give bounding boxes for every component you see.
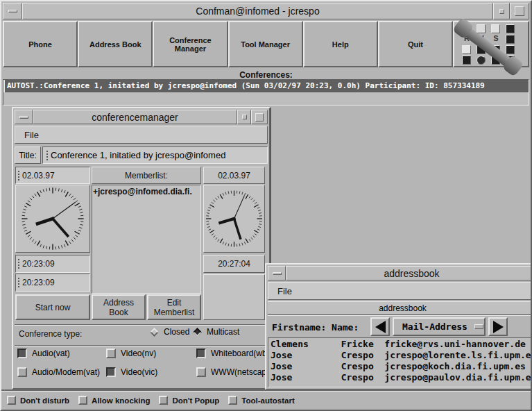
conference-type-radio-multicast[interactable]: Multicast — [194, 327, 239, 337]
cm-maximize-button[interactable] — [251, 110, 268, 124]
logo-square — [462, 45, 471, 54]
end-time-input[interactable]: 20:23:09 — [15, 274, 90, 292]
cm-title-input[interactable]: Conference 1, initatied by jcrespo@infom… — [42, 146, 268, 164]
cm-restore-button[interactable] — [237, 110, 251, 124]
cm-title-row: Title: Conference 1, initatied by jcresp… — [15, 146, 268, 164]
current-time-clock — [203, 185, 265, 253]
next-sort-button[interactable] — [488, 317, 508, 336]
status-toggle-allow-knocking[interactable]: Allow knocking — [78, 396, 150, 405]
maximize-button[interactable] — [510, 3, 529, 19]
empty-panel — [203, 274, 265, 320]
status-toggle-label: Don't disturb — [20, 396, 69, 405]
window-menu-button[interactable] — [3, 3, 22, 19]
address-book-button[interactable]: Address Book — [92, 294, 146, 320]
main-titlebar: Confman@infomed - jcrespo — [3, 3, 529, 19]
prev-sort-button[interactable] — [370, 317, 390, 336]
toolbar-button-address-book[interactable]: Address Book — [78, 21, 153, 67]
toolbar-button-phone[interactable]: Phone — [3, 21, 78, 67]
status-toggle-tool-autostart[interactable]: Tool-autostart — [228, 396, 294, 405]
cm-title-label[interactable]: Title: — [15, 146, 41, 164]
status-toggle-label: Allow knocking — [92, 396, 150, 405]
conference-type-radio-closed[interactable]: Closed — [151, 327, 189, 337]
tools-panel: Audio(vat)Video(nv)Whiteboard(wbAudio/Mo… — [15, 347, 268, 389]
divider — [15, 345, 268, 346]
cm-menubar: File — [15, 126, 268, 144]
checkbox-icon — [228, 396, 237, 405]
tool-checkbox-label: Video(nv) — [121, 349, 156, 358]
ab-entries-list[interactable]: Clemens Fricke fricke@rvs.uni-hannover.d… — [268, 337, 532, 387]
conference-list-item[interactable]: AUTOST.:Conference 1, initatied by jcres… — [3, 80, 529, 92]
start-now-button[interactable]: Start now — [15, 294, 90, 320]
addressbook-window: addressbook File addressbook Firstname: … — [265, 263, 532, 390]
divider — [15, 324, 268, 326]
tool-checkbox-whiteboard-wb[interactable]: Whiteboard(wb — [196, 349, 267, 358]
toolbar: PhoneAddress BookConference ManagerTool … — [3, 21, 529, 67]
ab-window-menu-button[interactable] — [268, 266, 286, 280]
text-cursor-icon — [18, 278, 20, 287]
ab-minimize-icon — [273, 272, 282, 275]
start-time-value: 20:23:09 — [22, 259, 55, 269]
memberlist-entry: +jcrespo@infomed.dia.fi. — [93, 187, 200, 196]
cm-maximize-icon — [255, 113, 264, 121]
ab-entry-row[interactable]: Jose Crespo jcrespo@lorente.ls.fi.upm.es — [271, 350, 532, 361]
restore-button[interactable] — [493, 3, 510, 19]
tool-checkbox-label: Video(vic) — [121, 367, 157, 377]
logo-square — [506, 24, 515, 33]
checkbox-icon — [106, 367, 116, 377]
status-toggle-don-t-popup[interactable]: Don't Popup — [159, 396, 219, 405]
toolbar-button-tool-manager[interactable]: Tool Manager — [228, 21, 303, 67]
start-date-value: 02.03.97 — [22, 171, 55, 181]
radio-diamond-icon — [150, 328, 158, 336]
tool-checkbox-www-netscape[interactable]: WWW(netscape — [196, 367, 271, 377]
left-arrow-icon — [375, 321, 386, 333]
cm-minimize-icon — [19, 116, 28, 119]
sort-field-value: Mail-Address — [402, 321, 467, 332]
conference-type-label: Conference type: — [19, 329, 82, 339]
end-time-value: 20:23:09 — [22, 278, 55, 287]
radio-label: Multicast — [207, 327, 239, 337]
toolbar-button-quit[interactable]: Quit — [378, 21, 453, 67]
text-cursor-icon — [46, 151, 49, 160]
toolbar-button-help[interactable]: Help — [303, 21, 378, 67]
checkbox-icon — [78, 396, 87, 405]
tool-checkbox-video-vic-[interactable]: Video(vic) — [106, 367, 157, 377]
conferences-list[interactable]: AUTOST.:Conference 1, initatied by jcres… — [3, 79, 529, 106]
ab-filter-label: Firstname: Name: — [272, 322, 359, 333]
ab-controls: Firstname: Name: Mail-Address — [268, 317, 532, 337]
sort-field-dropdown[interactable]: Mail-Address — [393, 317, 486, 336]
checkbox-icon — [196, 367, 206, 377]
radio-label: Closed — [164, 327, 189, 337]
tool-checkbox-audio-modem-vat-[interactable]: Audio/Modem(vat) — [17, 367, 100, 377]
text-cursor-icon — [18, 259, 20, 269]
conferences-label: Conferences: — [1, 70, 531, 80]
checkbox-icon — [159, 396, 168, 405]
edit-memberlist-button[interactable]: Edit Memberlist — [147, 294, 201, 320]
tool-checkbox-label: WWW(netscape — [211, 367, 271, 377]
ab-entry-row[interactable]: Jose Crespo jcrespo@koch.dia.fi.upm.es — [271, 361, 532, 372]
ab-menu-file[interactable]: File — [268, 286, 301, 296]
memberlist-box[interactable]: +jcrespo@infomed.dia.fi. — [92, 185, 201, 294]
logo-square — [462, 56, 471, 65]
ab-entry-row[interactable]: Jose Crespo jcrespo@paulov.dia.fi.upm.es — [271, 372, 532, 383]
cm-window-menu-button[interactable] — [15, 110, 33, 124]
right-arrow-icon — [493, 321, 504, 333]
toolbar-button-conference-manager[interactable]: Conference Manager — [153, 21, 228, 67]
status-toggle-don-t-disturb[interactable]: Don't disturb — [7, 396, 69, 405]
start-time-input[interactable]: 20:23:09 — [15, 255, 90, 273]
cm-menu-file[interactable]: File — [15, 130, 48, 140]
main-window-title: Confman@infomed - jcrespo — [22, 3, 493, 19]
toolbar-buttons: PhoneAddress BookConference ManagerTool … — [3, 21, 453, 67]
cm-body: 02.03.97 Memberlist: 02.03.97 +jcrespo@i… — [15, 167, 268, 389]
checkbox-icon — [196, 349, 206, 358]
status-toggle-label: Don't Popup — [172, 396, 219, 405]
status-toggle-label: Tool-autostart — [241, 396, 294, 405]
ab-entry-row[interactable]: Clemens Fricke fricke@rvs.uni-hannover.d… — [271, 339, 532, 350]
restore-icon — [499, 9, 504, 14]
start-date-input[interactable]: 02.03.97 — [15, 167, 90, 184]
tool-checkbox-audio-vat-[interactable]: Audio(vat) — [17, 349, 70, 358]
logo-square — [477, 24, 486, 33]
ab-window-title: addressbook — [286, 266, 532, 280]
tool-checkbox-video-nv-[interactable]: Video(nv) — [106, 349, 156, 358]
checkbox-icon — [106, 349, 116, 358]
text-cursor-icon — [18, 171, 20, 181]
